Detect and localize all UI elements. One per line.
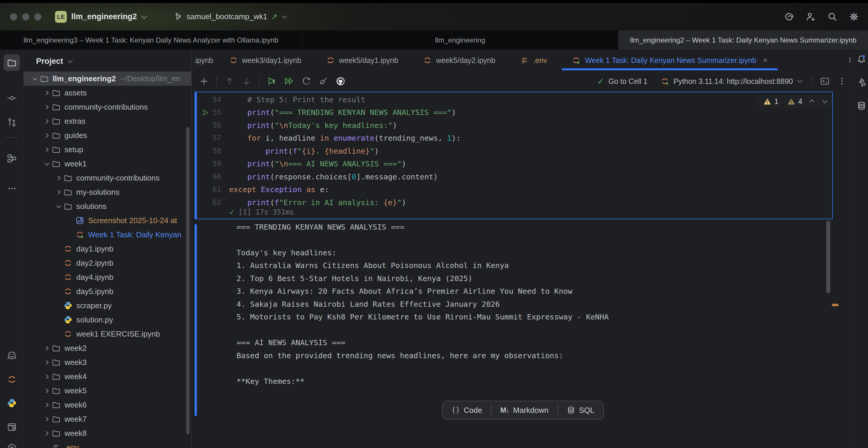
editor-tab-week3-day1-ipynb[interactable]: week3/day1.ipynb	[217, 50, 314, 71]
search-icon[interactable]	[827, 11, 838, 22]
python-packages-icon[interactable]	[4, 418, 20, 435]
code-line-57[interactable]: 57 for i, headline in enumerate(trending…	[197, 132, 832, 145]
code-line-58[interactable]: 58 print(f"{i}. {headline}")	[197, 145, 832, 158]
more-options-kebab-icon[interactable]	[837, 76, 847, 86]
chevron-right-icon[interactable]	[41, 432, 52, 435]
project-panel-header[interactable]: Project	[24, 50, 191, 66]
chevron-right-icon[interactable]	[41, 418, 52, 421]
code-cell[interactable]: 54 # Step 5: Print the result55 print("=…	[194, 92, 833, 219]
code-cell-button[interactable]: Code	[442, 401, 491, 419]
tree-item-community-contributions[interactable]: community-contributions	[24, 171, 191, 185]
chevron-down-icon[interactable]	[41, 162, 52, 165]
huggingface-icon[interactable]	[4, 348, 20, 364]
move-cell-up-button[interactable]	[225, 76, 234, 86]
jupyter-icon[interactable]	[4, 371, 20, 388]
editor-tab-week-1-task-daily-kenyan-news-summarizer-ipynb[interactable]: Week 1 Task: Daily Kenyan News Summarize…	[559, 50, 780, 71]
tree-item-day5-ipynb[interactable]: day5.ipynb	[24, 284, 191, 298]
code-line-61[interactable]: 61except Exception as e:	[197, 183, 832, 196]
tree-item-week4[interactable]: week4	[24, 370, 191, 384]
notebook-editor[interactable]: 54 # Step 5: Print the result55 print("=…	[192, 92, 855, 448]
tree-item-week1-exercise-ipynb[interactable]: week1 EXERCISE.ipynb	[24, 327, 191, 341]
editor-tab-week5-day2-ipynb[interactable]: week5/day2.ipynb	[411, 50, 507, 71]
database-icon[interactable]	[856, 100, 867, 111]
project-tree-scrollbar[interactable]	[186, 127, 189, 435]
window-tab-3[interactable]: llm_engineering2 – Week 1 Task: Daily Ke…	[618, 30, 868, 50]
chevron-right-icon[interactable]	[41, 148, 52, 151]
editor-tab--ipynb[interactable]: .ipynb	[192, 50, 217, 71]
project-folder-icon[interactable]	[4, 54, 20, 71]
add-user-icon[interactable]	[806, 11, 816, 22]
tree-item-week8[interactable]: week8	[24, 426, 191, 440]
sql-cell-button[interactable]: SQL	[558, 401, 603, 419]
tree-item-solutions[interactable]: solutions	[24, 199, 191, 213]
run-all-cells-button[interactable]	[284, 76, 294, 86]
chevron-right-icon[interactable]	[53, 191, 63, 194]
tree-item-day1-ipynb[interactable]: day1.ipynb	[24, 242, 191, 256]
tree-item--env[interactable]: .env	[24, 440, 191, 448]
editor-scrollbar[interactable]	[826, 221, 830, 293]
tree-item-week-1-task-daily-kenyan[interactable]: Week 1 Task: Daily Kenyan	[24, 228, 191, 242]
code-lines[interactable]: 54 # Step 5: Print the result55 print("=…	[197, 93, 832, 209]
run-cell-button[interactable]	[267, 76, 277, 86]
chevron-down-icon[interactable]	[53, 205, 63, 208]
previous-problem-chevron-icon[interactable]	[809, 100, 814, 105]
tree-item-week2[interactable]: week2	[24, 341, 191, 355]
window-controls[interactable]	[10, 13, 41, 21]
editor-tab--env[interactable]: .env	[507, 50, 559, 71]
code-line-62[interactable]: 62 print(f"Error in AI analysis: {e}")	[197, 196, 832, 209]
tree-item-week3[interactable]: week3	[24, 355, 191, 370]
tree-item-week5[interactable]: week5	[24, 384, 191, 398]
chevron-down-icon[interactable]	[29, 77, 40, 81]
chevron-right-icon[interactable]	[53, 177, 63, 180]
tree-item-week7[interactable]: week7	[24, 412, 191, 426]
jupyter-console-icon[interactable]	[820, 76, 830, 86]
ai-chat-icon[interactable]	[856, 77, 867, 88]
code-line-54[interactable]: 54 # Step 5: Print the result	[197, 93, 832, 106]
chevron-right-icon[interactable]	[41, 105, 52, 109]
chevron-right-icon[interactable]	[41, 389, 52, 392]
inspections-widget[interactable]: 1 4	[757, 95, 832, 108]
tree-item-community-contributions[interactable]: community-contributions	[24, 100, 191, 114]
tree-item-screenshot-2025-10-24-at[interactable]: Screenshot 2025-10-24 at	[24, 213, 191, 228]
tree-item-my-solutions[interactable]: my-solutions	[24, 185, 191, 199]
commit-icon[interactable]	[4, 90, 20, 106]
code-line-56[interactable]: 56 print("\nToday's key headlines:")	[197, 119, 832, 132]
zoom-window-button[interactable]	[34, 13, 41, 21]
markdown-cell-button[interactable]: M↓Markdown	[492, 401, 558, 419]
settings-gear-icon[interactable]	[849, 11, 859, 22]
code-line-55[interactable]: 55 print("=== TRENDING KENYAN NEWS ANALY…	[197, 106, 832, 119]
chevron-right-icon[interactable]	[41, 91, 52, 95]
tree-item-solution-py[interactable]: solution.py	[24, 313, 191, 327]
services-icon[interactable]	[4, 440, 20, 448]
notifications-icon[interactable]	[856, 54, 867, 64]
chevron-right-icon[interactable]	[41, 404, 52, 407]
kernel-selector[interactable]: Python 3.11.14: http://localhost:8890	[660, 77, 801, 86]
next-problem-chevron-icon[interactable]	[823, 98, 828, 103]
hidden-tabs-chevron-icon[interactable]	[850, 57, 850, 63]
restart-kernel-button[interactable]	[302, 76, 311, 86]
code-line-60[interactable]: 60 print(response.choices[0].message.con…	[197, 170, 832, 183]
tree-item-week1[interactable]: week1	[24, 157, 191, 171]
more-icon[interactable]	[4, 180, 20, 197]
git-branch-widget[interactable]: samuel_bootcamp_wk1 ↗	[174, 12, 286, 21]
tree-item-scraper-py[interactable]: scraper.py	[24, 298, 191, 313]
chevron-right-icon[interactable]	[41, 375, 52, 378]
window-tab-1[interactable]: llm_engineering3 – Week 1 Task: Kenyan D…	[0, 30, 302, 50]
close-tab-icon[interactable]: ×	[763, 56, 768, 65]
clear-outputs-broom-icon[interactable]	[319, 76, 328, 86]
go-to-cell-widget[interactable]: ✓ Go to Cell 1	[597, 76, 647, 86]
tree-item-extras[interactable]: extras	[24, 114, 191, 128]
git-branches-icon[interactable]	[4, 114, 20, 131]
editor-tab-week5-day1-ipynb[interactable]: week5/day1.ipynb	[314, 50, 411, 71]
chevron-right-icon[interactable]	[41, 361, 52, 364]
close-window-button[interactable]	[10, 13, 17, 21]
tree-item-setup[interactable]: setup	[24, 142, 191, 157]
github-icon[interactable]	[336, 76, 345, 86]
window-tab-2[interactable]: llm_engineering	[302, 30, 618, 50]
tree-item-guides[interactable]: guides	[24, 128, 191, 142]
run-line-arrow-icon[interactable]	[202, 109, 209, 116]
project-widget[interactable]: LE llm_engineering2	[55, 11, 146, 23]
minimize-window-button[interactable]	[22, 13, 29, 21]
tree-item-assets[interactable]: assets	[24, 86, 191, 100]
chevron-right-icon[interactable]	[41, 120, 52, 123]
